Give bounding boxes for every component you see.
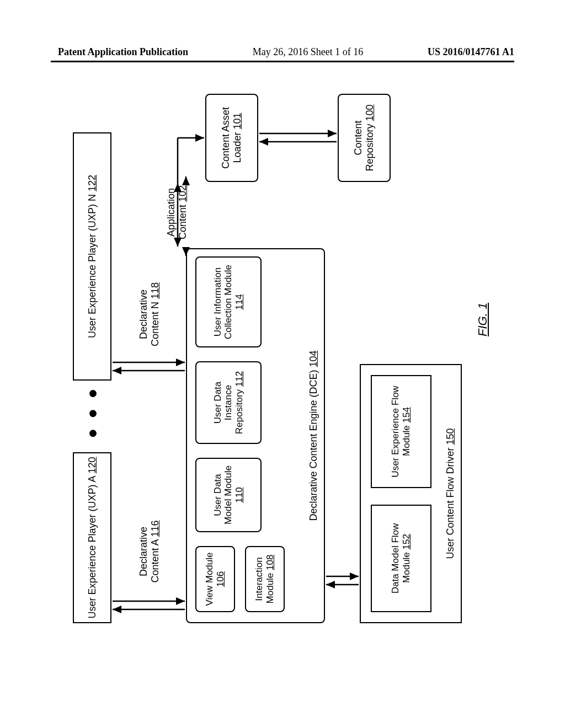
header-right: US 2016/0147761 A1 — [428, 46, 514, 58]
arrows-appcontent — [67, 88, 498, 634]
figure-canvas: User Experience Player (UXP) A 120 ●●● U… — [67, 88, 498, 634]
header-center: May 26, 2016 Sheet 1 of 16 — [253, 46, 363, 58]
svg-marker-26 — [174, 183, 182, 192]
header-rule — [51, 61, 514, 62]
svg-marker-24 — [174, 238, 182, 247]
svg-marker-29 — [195, 134, 204, 142]
header-left: Patent Application Publication — [58, 46, 188, 58]
page-header: Patent Application Publication May 26, 2… — [0, 46, 565, 58]
figure-1: User Experience Player (UXP) A 120 ●●● U… — [67, 88, 498, 634]
